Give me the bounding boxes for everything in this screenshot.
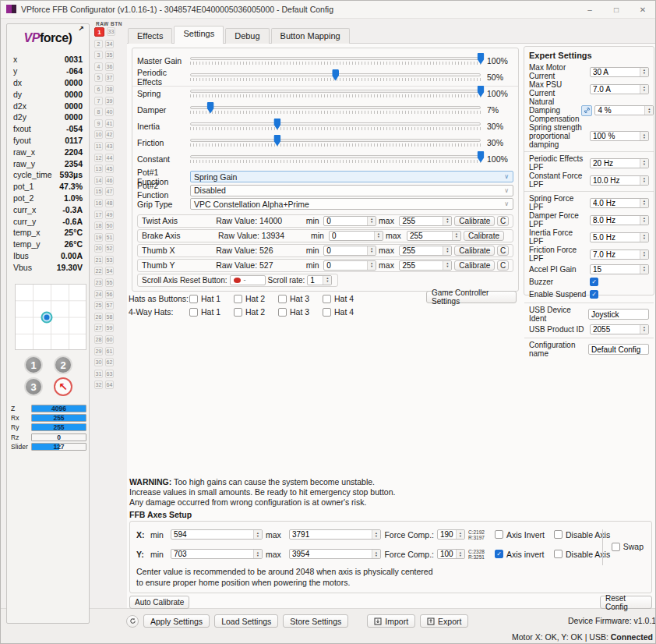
spinner[interactable]: ▴▾	[640, 68, 648, 76]
auto-calibrate-button[interactable]: Auto Calibrate	[129, 596, 189, 609]
slider-track[interactable]	[190, 155, 481, 158]
minimize-button[interactable]: –	[577, 0, 603, 19]
calibrate-button[interactable]: Calibrate	[464, 231, 504, 241]
slider-track[interactable]	[190, 106, 481, 109]
spinner[interactable]: ▴▾	[367, 217, 376, 225]
center-button[interactable]: C	[497, 260, 509, 271]
link-icon[interactable]	[581, 105, 592, 116]
checkbox[interactable]	[234, 295, 242, 303]
ffb-min-input[interactable]: ▴▾	[171, 549, 263, 559]
spin-input[interactable]: ▴▾	[590, 175, 649, 186]
spin-input[interactable]: ▴▾	[590, 198, 649, 208]
dropdown-select[interactable]: Disabled ∨	[190, 185, 513, 196]
checkbox[interactable]	[189, 308, 198, 317]
dropdown-select[interactable]: Spring Gain ∨	[190, 171, 513, 182]
checkbox[interactable]	[554, 550, 563, 558]
force-comp-input[interactable]: ▴▾	[437, 529, 465, 540]
spinner[interactable]: ▴▾	[367, 246, 376, 255]
tab[interactable]: Button Mapping	[271, 28, 350, 44]
spinner[interactable]: ▴▾	[640, 85, 648, 94]
spinner[interactable]: ▴▾	[640, 132, 648, 140]
tab[interactable]: Effects	[128, 28, 172, 44]
spin-input[interactable]: ▴▾	[590, 249, 649, 260]
spinner[interactable]: ▴▾	[443, 217, 451, 225]
checkbox[interactable]	[495, 530, 503, 539]
slider-track[interactable]	[190, 139, 481, 142]
slider[interactable]	[190, 72, 481, 83]
calibrate-button[interactable]: Calibrate	[454, 246, 495, 256]
slider-track[interactable]	[190, 122, 481, 126]
spinner[interactable]: ▴▾	[640, 199, 648, 207]
slider[interactable]	[190, 121, 481, 132]
spin-input[interactable]: ▴▾	[594, 105, 654, 115]
spin-input[interactable]: ▴▾	[590, 67, 649, 77]
scroll-rate-input[interactable]: ▴▾	[307, 275, 332, 285]
checkbox[interactable]	[590, 290, 598, 299]
max-input[interactable]: ▴▾	[399, 216, 452, 226]
force-comp-input[interactable]: ▴▾	[437, 549, 465, 559]
spin-input[interactable]: ▴▾	[590, 215, 649, 225]
maximize-button[interactable]: □	[603, 0, 630, 19]
ffb-max-input[interactable]: ▴▾	[289, 529, 381, 540]
apply-settings-button[interactable]: Apply Settings	[143, 614, 210, 628]
spin-input[interactable]: ▴▾	[590, 232, 649, 242]
spinner[interactable]: ▴▾	[443, 261, 451, 270]
min-input[interactable]: ▴▾	[329, 231, 383, 241]
slider-track[interactable]	[190, 57, 481, 60]
spinner[interactable]: ▴▾	[323, 276, 331, 285]
spinner[interactable]: ▴▾	[253, 530, 262, 539]
tab[interactable]: Settings	[174, 26, 224, 44]
spinner[interactable]: ▴▾	[443, 246, 451, 255]
spinner[interactable]: ▴▾	[640, 325, 648, 334]
max-input[interactable]: ▴▾	[399, 260, 452, 271]
dropdown-select[interactable]: VPC Constellation Alpha+Prime ∨	[190, 198, 513, 210]
ffb-min-input[interactable]: ▴▾	[171, 529, 263, 540]
spinner[interactable]: ▴▾	[374, 232, 383, 240]
spinner[interactable]: ▴▾	[253, 550, 262, 558]
checkbox[interactable]	[590, 278, 598, 286]
spinner[interactable]: ▴▾	[640, 176, 648, 185]
slider[interactable]	[190, 88, 481, 99]
load-settings-button[interactable]: Load Settings	[214, 614, 278, 628]
text-input[interactable]	[588, 344, 649, 355]
spinner[interactable]: ▴▾	[456, 550, 464, 558]
refresh-button[interactable]	[126, 615, 139, 628]
spinner[interactable]: ▴▾	[640, 159, 648, 168]
spin-input[interactable]: ▴▾	[590, 131, 649, 141]
checkbox[interactable]	[234, 308, 242, 317]
reset-config-button[interactable]: Reset Config	[600, 596, 652, 609]
slider[interactable]	[190, 55, 481, 66]
slider-track[interactable]	[190, 90, 481, 93]
ffb-max-input[interactable]: ▴▾	[289, 549, 381, 559]
checkbox[interactable]	[189, 295, 198, 303]
center-button[interactable]: C	[497, 246, 509, 256]
export-button[interactable]: Export	[420, 614, 468, 628]
game-controller-settings-button[interactable]: Game Controller Settings	[426, 291, 517, 303]
store-settings-button[interactable]: Store Settings	[283, 614, 348, 628]
checkbox[interactable]	[612, 543, 620, 551]
calibrate-button[interactable]: Calibrate	[454, 260, 495, 271]
min-input[interactable]: ▴▾	[323, 260, 376, 271]
text-input[interactable]	[588, 309, 649, 320]
calibrate-button[interactable]: Calibrate	[454, 216, 495, 226]
spin-input[interactable]: ▴▾	[590, 158, 649, 168]
center-button[interactable]: C	[497, 216, 509, 226]
spinner[interactable]: ▴▾	[640, 233, 648, 242]
slider[interactable]	[190, 154, 481, 165]
spin-input[interactable]: ▴▾	[590, 264, 649, 274]
max-input[interactable]: ▴▾	[399, 246, 452, 256]
spin-input[interactable]: ▴▾	[590, 84, 649, 94]
import-button[interactable]: Import	[367, 614, 415, 628]
spinner[interactable]: ▴▾	[372, 530, 380, 539]
checkbox[interactable]	[278, 295, 287, 303]
min-input[interactable]: ▴▾	[323, 216, 376, 226]
spinner[interactable]: ▴▾	[367, 261, 376, 270]
scroll-axis-button-field[interactable]: -	[230, 275, 266, 285]
close-button[interactable]: ✕	[630, 0, 656, 19]
checkbox[interactable]	[323, 295, 331, 303]
checkbox[interactable]	[278, 308, 287, 317]
slider[interactable]	[190, 137, 481, 148]
max-input[interactable]: ▴▾	[407, 231, 461, 241]
spin-input[interactable]: ▴▾	[590, 324, 649, 334]
spinner[interactable]: ▴▾	[644, 106, 653, 115]
